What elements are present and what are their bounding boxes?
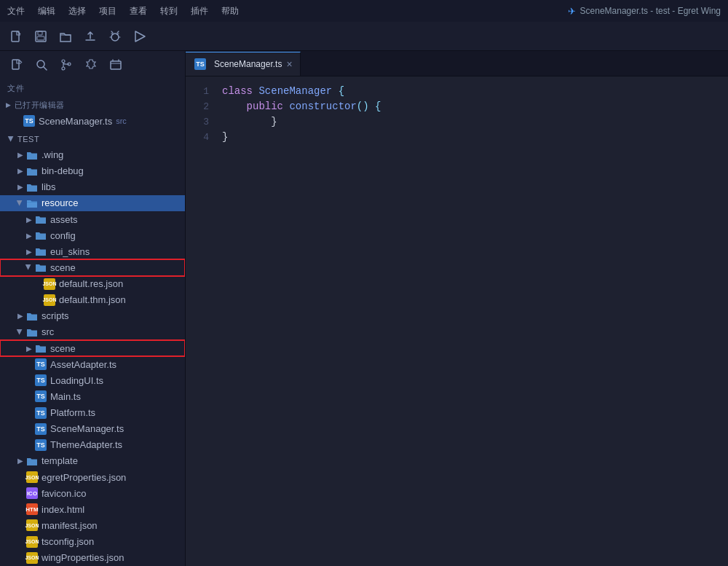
tree-item-template[interactable]: ▶ template: [0, 453, 185, 469]
tree-item-loading-ui[interactable]: ▶ TS LoadingUI.ts: [0, 372, 185, 388]
eui-skins-label: eui_skins: [50, 246, 90, 257]
tree-item-theme-adapter[interactable]: ▶ TS ThemeAdapter.ts: [0, 437, 185, 453]
resource-chevron: ▶: [15, 197, 26, 209]
tsconfig-icon: JSON: [26, 536, 38, 548]
code-editor[interactable]: 1 2 3 4 class SceneManager { public cons…: [186, 76, 728, 566]
window-title: ✈ SceneManager.ts - test - Egret Wing: [568, 6, 721, 17]
upload-button[interactable]: [80, 26, 100, 47]
scene-resource-folder-icon: [35, 262, 47, 273]
tree-item-scene-src[interactable]: ▶ scene: [0, 340, 185, 356]
tree-item-assets[interactable]: ▶ assets: [0, 211, 185, 227]
tree-item-wing[interactable]: ▶ .wing: [0, 147, 185, 163]
src-chevron: ▶: [15, 326, 26, 338]
sidebar-search-icon[interactable]: [32, 55, 51, 74]
tab-scene-manager[interactable]: TS SceneManager.ts ×: [186, 52, 301, 76]
svg-point-4: [111, 34, 119, 41]
tree-item-tsconfig[interactable]: ▶ JSON tsconfig.json: [0, 534, 185, 550]
assets-label: assets: [50, 214, 78, 225]
template-chevron: ▶: [15, 455, 26, 467]
tab-close-button[interactable]: ×: [286, 59, 292, 69]
tree-item-manifest[interactable]: ▶ JSON manifest.json: [0, 517, 185, 533]
loading-ui-label: LoadingUI.ts: [50, 375, 103, 386]
save-button[interactable]: [31, 26, 51, 47]
asset-adapter-icon: TS: [35, 358, 47, 370]
menu-help[interactable]: 帮助: [221, 5, 239, 17]
scene-resource-label: scene: [50, 262, 76, 273]
toolbar: [0, 22, 728, 51]
default-thm-label: default.thm.json: [59, 294, 126, 305]
favicon-label: favicon.ico: [41, 488, 86, 499]
sidebar-extensions-icon[interactable]: [82, 55, 100, 74]
tree-item-scene-manager[interactable]: ▶ TS SceneManager.ts: [0, 421, 185, 437]
tree-item-egret-properties[interactable]: ▶ JSON egretProperties.json: [0, 469, 185, 485]
open-editors-header[interactable]: ▶ 已打开编辑器: [0, 97, 185, 113]
main-icon: TS: [35, 390, 47, 402]
libs-folder-icon: [26, 181, 38, 193]
loading-ui-icon: TS: [35, 374, 47, 386]
eui-skins-chevron: ▶: [23, 245, 35, 257]
default-res-label: default.res.json: [59, 278, 123, 289]
menu-view[interactable]: 查看: [130, 5, 147, 17]
title-bar: 文件 编辑 选择 项目 查看 转到 插件 帮助 ✈ SceneManager.t…: [0, 0, 728, 22]
tree-item-resource[interactable]: ▶ resource: [0, 195, 185, 211]
code-content[interactable]: class SceneManager { public constructor(…: [215, 76, 728, 566]
scene-manager-icon: TS: [35, 423, 47, 435]
tree-item-bin-debug[interactable]: ▶ bin-debug: [0, 163, 185, 179]
menu-bar[interactable]: 文件 编辑 选择 项目 查看 转到 插件 帮助: [7, 5, 239, 17]
libs-chevron: ▶: [15, 181, 26, 193]
tree-item-index-html[interactable]: ▶ HTM index.html: [0, 501, 185, 517]
tree-item-src[interactable]: ▶ src: [0, 324, 185, 340]
sidebar-icon-row: [0, 51, 185, 79]
scene-src-chevron: ▶: [23, 342, 35, 354]
src-label: src: [41, 326, 54, 337]
scene-resource-chevron: ▶: [23, 262, 35, 273]
ts-file-icon: TS: [23, 115, 35, 127]
bin-debug-label: bin-debug: [41, 165, 84, 176]
tree-item-platform[interactable]: ▶ TS Platform.ts: [0, 405, 185, 421]
tree-item-wing-properties[interactable]: ▶ JSON wingProperties.json: [0, 550, 185, 566]
manifest-icon: JSON: [26, 519, 38, 531]
sidebar-files-icon[interactable]: [7, 55, 26, 74]
open-editor-tag: src: [116, 117, 127, 125]
menu-edit[interactable]: 编辑: [38, 5, 55, 17]
menu-project[interactable]: 项目: [99, 5, 116, 17]
template-folder-icon: [26, 455, 38, 467]
sidebar-git-icon[interactable]: [57, 55, 76, 74]
debug-button[interactable]: [105, 26, 125, 47]
open-folder-button[interactable]: [55, 26, 76, 47]
menu-plugin[interactable]: 插件: [191, 5, 208, 17]
tree-item-config[interactable]: ▶ config: [0, 227, 185, 243]
tree-item-libs[interactable]: ▶ libs: [0, 179, 185, 195]
resource-label: resource: [41, 197, 79, 208]
scene-src-label: scene: [50, 343, 76, 354]
tree-root-test[interactable]: ▶ TEST: [0, 132, 185, 146]
tree-item-scripts[interactable]: ▶ scripts: [0, 308, 185, 324]
sidebar-explorer-icon[interactable]: [106, 55, 125, 74]
index-label: index.html: [41, 504, 84, 515]
tree-item-scene-resource[interactable]: ▶ scene: [0, 259, 185, 275]
config-label: config: [50, 230, 76, 241]
config-chevron: ▶: [23, 229, 35, 241]
theme-adapter-icon: TS: [35, 439, 47, 451]
tree-item-favicon[interactable]: ▶ ICO favicon.ico: [0, 485, 185, 501]
wing-props-label: wingProperties.json: [41, 552, 124, 563]
svg-rect-10: [111, 61, 121, 69]
egret-wing-icon: ✈: [568, 6, 576, 17]
assets-folder-icon: [35, 213, 47, 225]
tree-item-default-res[interactable]: ▶ JSON default.res.json: [0, 276, 185, 292]
tree-item-main[interactable]: ▶ TS Main.ts: [0, 388, 185, 404]
svg-rect-5: [12, 60, 19, 69]
menu-file[interactable]: 文件: [7, 5, 25, 17]
tree-item-eui-skins[interactable]: ▶ eui_skins: [0, 243, 185, 259]
tree-item-asset-adapter[interactable]: ▶ TS AssetAdapter.ts: [0, 356, 185, 372]
wing-folder-icon: [26, 149, 38, 161]
run-button[interactable]: [130, 26, 150, 47]
open-editors-chevron: ▶: [6, 101, 12, 109]
manifest-label: manifest.json: [41, 520, 98, 531]
new-file-button[interactable]: [6, 26, 26, 47]
menu-select[interactable]: 选择: [68, 5, 86, 17]
open-editor-scenemanager[interactable]: TS SceneManager.ts src: [0, 113, 185, 129]
scripts-folder-icon: [26, 310, 38, 322]
menu-goto[interactable]: 转到: [160, 5, 178, 17]
tree-item-default-thm[interactable]: ▶ JSON default.thm.json: [0, 292, 185, 308]
